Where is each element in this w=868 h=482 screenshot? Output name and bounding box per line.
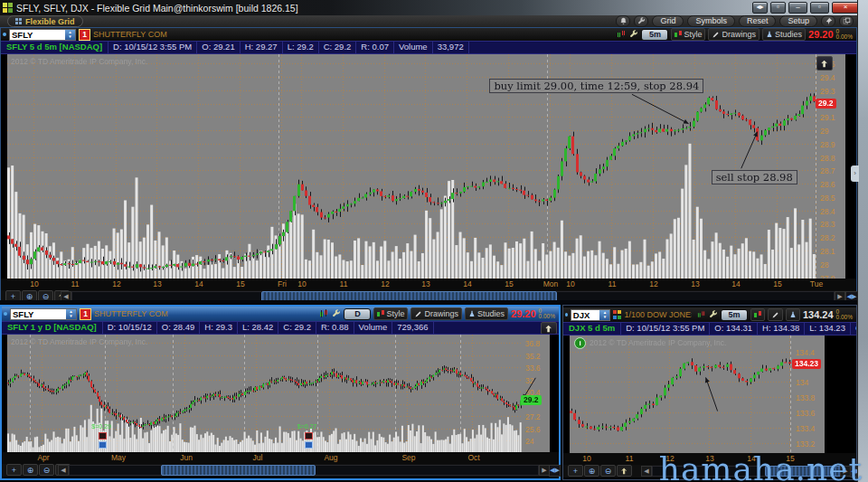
pencil-icon bbox=[414, 310, 422, 318]
maximize-button[interactable]: ▫ bbox=[810, 2, 829, 14]
symbol-dropdown-arrows[interactable]: ▲▼ bbox=[599, 310, 609, 320]
window-flag-button[interactable]: ▫ bbox=[770, 2, 786, 14]
price-tick-label: 24 bbox=[525, 437, 533, 446]
drawings-button[interactable] bbox=[768, 308, 783, 321]
dividend-icon[interactable] bbox=[305, 432, 313, 439]
pointer-hand-button[interactable] bbox=[541, 322, 557, 335]
change-stack: 00.00% bbox=[836, 309, 853, 321]
chart-area[interactable]: 2012 © TD Ameritrade IP Company, Inc. 36… bbox=[7, 335, 550, 452]
dividend-icon[interactable] bbox=[99, 432, 107, 439]
flexible-grid-button[interactable]: Flexible Grid bbox=[7, 15, 83, 27]
timeframe-button[interactable]: D bbox=[344, 308, 371, 320]
data-line-field: Volume bbox=[394, 42, 433, 53]
data-line-field: L: 134.23 bbox=[805, 323, 851, 335]
zoom-out-icon[interactable]: ⊖ bbox=[600, 465, 616, 477]
price-tick-label: 29.3 bbox=[820, 87, 835, 96]
price-tick-label: 27.2 bbox=[525, 412, 541, 421]
data-line-field: H: 29.3 bbox=[200, 322, 238, 334]
style-button[interactable]: Style bbox=[671, 28, 705, 41]
panel-select-dot[interactable] bbox=[3, 33, 6, 36]
djx-chart-canvas[interactable] bbox=[570, 336, 792, 453]
panel-collapse-arrow[interactable]: › bbox=[851, 165, 859, 182]
time-tick-label: Tue bbox=[810, 279, 823, 288]
time-tick-label: 12 bbox=[649, 279, 657, 288]
window-extra-button[interactable]: ◂▸ bbox=[752, 2, 768, 14]
pan-plus-icon[interactable]: + bbox=[6, 464, 22, 476]
pattern-icon[interactable] bbox=[697, 310, 706, 319]
wrench-icon[interactable] bbox=[709, 310, 718, 319]
minimize-button[interactable]: – bbox=[788, 2, 807, 14]
studies-button[interactable]: Studies bbox=[762, 28, 806, 41]
reset-button[interactable]: Reset bbox=[739, 15, 777, 27]
split-icon[interactable] bbox=[305, 441, 313, 449]
pin-icon[interactable] bbox=[821, 15, 835, 27]
setup-button[interactable]: Setup bbox=[779, 15, 817, 27]
annotation-callout[interactable]: sell stop 28.98 bbox=[712, 170, 797, 184]
time-tick-label: 15 bbox=[236, 279, 244, 288]
hand-tool-icon[interactable] bbox=[617, 465, 632, 477]
data-line-field: D: 10/15/12 3:55 PM bbox=[108, 42, 197, 53]
pattern-icon[interactable] bbox=[617, 30, 627, 39]
copyright-text: 2012 © TD Ameritrade IP Company, Inc. bbox=[11, 57, 147, 66]
pan-plus-icon[interactable]: + bbox=[568, 465, 583, 477]
style-button[interactable]: Style bbox=[373, 307, 408, 320]
app-icon bbox=[3, 3, 13, 13]
chart-area[interactable]: 2012 © TD Ameritrade IP Company, Inc. 29… bbox=[7, 54, 845, 279]
time-tick-label: 10 bbox=[566, 279, 574, 288]
symbol-row: DJX ▲▼ 1/100 DOW JONES IND... 5m bbox=[563, 307, 856, 322]
panel-select-dot[interactable] bbox=[565, 313, 568, 317]
symbol-row: SFLY ▲▼ 1 SHUTTERFLY COM D Style Drawing… bbox=[2, 307, 559, 321]
dividend-amount-label: $=0.29 bbox=[91, 423, 111, 430]
window-right-border bbox=[857, 0, 868, 482]
scroll-left-button[interactable]: ◀ bbox=[641, 466, 652, 477]
range-reset-button[interactable]: ◀▶ bbox=[549, 465, 561, 477]
symbol-dropdown-arrows[interactable]: ▲▼ bbox=[65, 30, 75, 40]
pattern-icon[interactable] bbox=[319, 309, 329, 318]
layers-icon[interactable] bbox=[839, 15, 854, 27]
data-line-field: D: 10/15/12 bbox=[103, 322, 157, 334]
annotation-callout[interactable]: buy limit 29.00, time 12:59, stop 28.94 bbox=[489, 79, 703, 93]
price-tick-label: 28.8 bbox=[820, 154, 835, 163]
close-button[interactable]: × bbox=[832, 2, 859, 14]
change-stack: 00.00% bbox=[539, 308, 555, 320]
price-tick-label: 27.9 bbox=[820, 274, 835, 279]
alerts-bell-icon[interactable] bbox=[616, 15, 630, 27]
chart-area[interactable]: i 2012 © TD Ameritrade IP Company, Inc. … bbox=[570, 336, 825, 453]
data-line-field: Volume bbox=[354, 322, 393, 334]
drawings-button[interactable]: Drawings bbox=[410, 307, 462, 320]
drawings-button[interactable]: Drawings bbox=[708, 28, 760, 41]
zoom-out-icon[interactable]: ⊖ bbox=[39, 464, 54, 476]
price-tick-label: 28.3 bbox=[820, 220, 835, 229]
zoom-in-icon[interactable]: ⊕ bbox=[584, 465, 599, 477]
thinkorswim-window: SFLY, SFLY, DJX - Flexible Grid Main@thi… bbox=[0, 0, 868, 482]
data-line-field: H: 134.38 bbox=[758, 323, 805, 335]
symbol-input[interactable]: DJX ▲▼ bbox=[571, 309, 611, 321]
symbol-input[interactable]: SFLY ▲▼ bbox=[10, 308, 77, 320]
symbol-dropdown-arrows[interactable]: ▲▼ bbox=[66, 309, 76, 319]
daily-chart-canvas[interactable] bbox=[7, 335, 522, 452]
tools-wrench-icon[interactable] bbox=[634, 15, 648, 27]
studies-button[interactable]: Studies bbox=[465, 307, 508, 320]
price-tick-label: 35.2 bbox=[525, 352, 541, 361]
studies-button[interactable] bbox=[786, 308, 800, 321]
timeframe-button[interactable]: 5m bbox=[641, 29, 668, 41]
zoom-in-icon[interactable]: ⊕ bbox=[23, 464, 38, 476]
scrollbar-thumb[interactable] bbox=[161, 465, 316, 476]
symbol-input[interactable]: SFLY ▲▼ bbox=[9, 29, 76, 41]
wrench-icon[interactable] bbox=[629, 30, 638, 39]
style-button[interactable] bbox=[750, 308, 765, 321]
panel-select-dot[interactable] bbox=[4, 312, 7, 316]
chart-scroll-row: + ⊕ ⊖ ◀ ▶ ◀▶ bbox=[2, 464, 559, 477]
price-tick-label: 28.4 bbox=[820, 207, 835, 216]
pointer-hand-button[interactable] bbox=[816, 56, 833, 71]
timeframe-button[interactable]: 5m bbox=[721, 309, 748, 321]
grid-button[interactable]: Grid bbox=[652, 15, 684, 27]
time-tick-label: 11 bbox=[340, 279, 348, 288]
info-icon[interactable]: i bbox=[574, 337, 586, 349]
scroll-left-button[interactable]: ◀ bbox=[58, 465, 69, 476]
data-line: DJX 5 d 5m D: 10/15/12 3:55 PMO: 134.31H… bbox=[563, 322, 856, 336]
wrench-icon[interactable] bbox=[332, 309, 341, 318]
candle-style-icon bbox=[754, 310, 761, 319]
symbols-button[interactable]: Symbols bbox=[687, 15, 735, 27]
split-icon[interactable] bbox=[99, 441, 107, 449]
